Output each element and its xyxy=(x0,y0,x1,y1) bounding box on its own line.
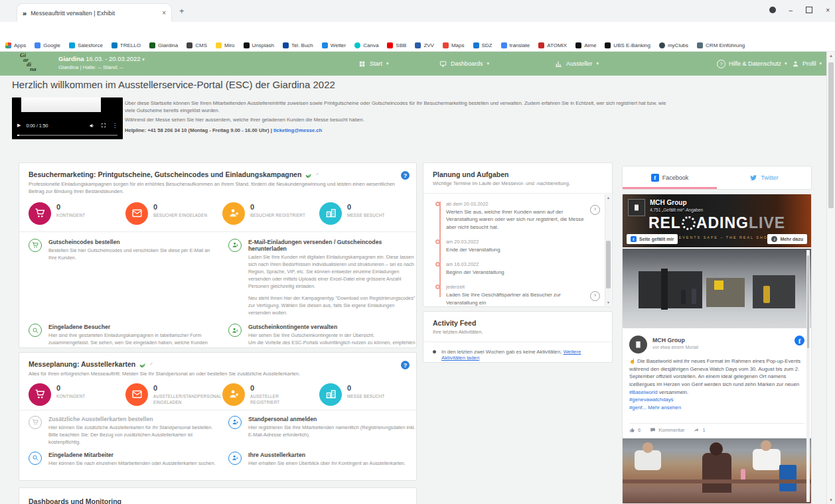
action-eingeladene-mitarbeiter[interactable]: Eingeladene Mitarbeiter Hier können Sie … xyxy=(29,452,218,468)
bookmark-item[interactable]: CMS xyxy=(187,42,207,48)
like-count[interactable]: 6 xyxy=(629,427,641,433)
bookmark-label: SDZ xyxy=(482,42,493,48)
photo-shape-shirt xyxy=(753,449,781,470)
scroll-up-icon[interactable]: ▲ xyxy=(605,196,611,200)
minimize-button[interactable]: – xyxy=(789,7,793,14)
volume-icon[interactable] xyxy=(89,123,95,129)
bookmark-item[interactable]: UBS E-Banking xyxy=(605,42,650,48)
photo-shape-head xyxy=(710,442,723,456)
help-circle-icon[interactable]: ? xyxy=(401,171,410,180)
bookmark-item[interactable]: Miro xyxy=(216,42,235,48)
bookmark-item[interactable]: translate xyxy=(501,42,530,48)
facebook-logo-icon: f xyxy=(795,336,804,346)
tab-twitter[interactable]: Twitter xyxy=(717,166,811,189)
scroll-down-icon[interactable]: ▼ xyxy=(605,300,611,304)
video-progress-bar[interactable] xyxy=(17,135,117,136)
timeline-date: am 16.03.2022 xyxy=(446,261,601,267)
action-title: Gutscheinkontingente verwalten xyxy=(248,324,417,330)
video-menu-icon[interactable]: ⋮ xyxy=(112,123,117,129)
bookmark-label: Apps xyxy=(14,42,26,48)
timeline-date: ab dem 20.03.2022 xyxy=(446,201,601,207)
help-menu[interactable]: ? Hilfe & Datenschutz ▾ xyxy=(717,52,787,76)
hashtag-link[interactable]: #genf xyxy=(629,405,643,410)
profile-menu[interactable]: Profil ▾ xyxy=(792,52,822,76)
bookmark-item[interactable]: SDZ xyxy=(473,42,493,48)
bookmark-item[interactable]: Google xyxy=(35,42,60,48)
intro-video-player[interactable]: ▶ 0:00 / 1:50 ⋮ xyxy=(12,97,123,139)
action-title: Gutscheincodes bestellen xyxy=(48,239,218,245)
bookmark-item[interactable]: ZVV xyxy=(415,42,434,48)
bookmark-item[interactable]: Wetter xyxy=(322,42,346,48)
photo-shape-wall xyxy=(706,278,745,307)
scrollbar-thumb[interactable] xyxy=(606,241,611,288)
timeline-entry: ab dem 20.03.2022 Werten Sie aus, welche… xyxy=(437,201,601,231)
play-button[interactable]: ▶ xyxy=(17,123,21,128)
photo-shape-person xyxy=(763,286,770,303)
bookmark-item[interactable]: SBB xyxy=(387,42,406,48)
bookmarks-bar: Apps Google Salesforce TRELLO Giardina C… xyxy=(0,40,835,52)
bookmark-item[interactable]: Canva xyxy=(354,42,378,48)
action-standpersonal-anmelden[interactable]: Standpersonal anmelden Hier registrieren… xyxy=(228,416,417,446)
bookmark-item[interactable]: TRELLO xyxy=(112,42,141,48)
fullscreen-icon[interactable] xyxy=(101,123,106,128)
tab-facebook[interactable]: f Facebook xyxy=(623,166,717,189)
bookmark-item[interactable]: ATOMIX xyxy=(538,42,567,48)
scrollbar-thumb[interactable] xyxy=(807,255,809,348)
stat-value: 0 xyxy=(153,384,210,392)
action-email-einladungen[interactable]: E-Mail-Einladungen versenden / Gutschein… xyxy=(228,239,417,318)
bookmark-item[interactable]: Maps xyxy=(443,42,465,48)
bookmark-item[interactable]: Aimé xyxy=(575,42,596,48)
nav-item-aussteller[interactable]: Aussteller ▾ xyxy=(555,52,599,76)
help-label: Hilfe & Datenschutz xyxy=(729,60,781,67)
scroll-down-icon[interactable]: ▼ xyxy=(827,498,835,502)
stat-value: 0 xyxy=(250,203,305,211)
card-planung-aufgaben: Planung und Aufgaben Wichtige Termine im… xyxy=(423,162,613,307)
giardina-logo[interactable]: Gi ar di na xyxy=(20,53,37,72)
helpline-email-link[interactable]: ticketing@messe.ch xyxy=(273,127,322,133)
hashtag-link[interactable]: #Baselworld xyxy=(629,389,657,395)
action-gutscheincodes-bestellen[interactable]: Gutscheincodes bestellen Bestellen Sie h… xyxy=(29,239,218,318)
new-tab-button[interactable]: + xyxy=(179,6,185,16)
panel-scrollbar[interactable]: ▲ ▼ xyxy=(605,194,611,306)
bookmark-apps[interactable]: Apps xyxy=(5,42,26,48)
bookmark-item[interactable]: myClubs xyxy=(659,42,688,48)
post-text: ☝ Die Baselworld wird ihr neues Format i… xyxy=(629,357,804,412)
bookmark-item[interactable]: Salesforce xyxy=(69,42,103,48)
exhibition-photo xyxy=(623,249,811,328)
browser-tab[interactable]: » Messeauftritt verwalten | Exhibit × xyxy=(17,4,171,22)
facebook-page-likes: 4,751 „Gefällt mir“-Angaben xyxy=(650,208,703,212)
monitor-icon xyxy=(439,60,447,68)
timeline-dot-icon xyxy=(435,284,440,289)
bookmark-item[interactable]: Giardina xyxy=(149,42,178,48)
help-circle-icon[interactable]: ? xyxy=(401,361,410,369)
hashtag-link[interactable]: #genevawatchdays xyxy=(629,397,674,403)
goto-arrow-button[interactable]: › xyxy=(590,205,600,215)
close-button[interactable]: × xyxy=(826,7,830,14)
comment-button[interactable]: Kommentar xyxy=(650,427,684,433)
profile-dot-icon[interactable] xyxy=(769,7,776,13)
page-scrollbar[interactable]: ▲ ▼ xyxy=(826,52,835,504)
bookmark-item[interactable]: Tel. Buch xyxy=(283,42,313,48)
share-count[interactable]: 1 xyxy=(694,427,705,433)
action-zusaetzliche-karten[interactable]: Zusätzliche Ausstellerkarten bestellen H… xyxy=(29,416,218,446)
tab-close-icon[interactable]: × xyxy=(162,9,166,17)
more-info-button[interactable]: i Mehr dazu xyxy=(767,234,807,244)
cart-icon xyxy=(29,202,51,225)
nav-item-dashboards[interactable]: Dashboards ▾ xyxy=(439,52,489,76)
scroll-up-icon[interactable]: ▲ xyxy=(827,54,835,58)
see-more-link[interactable]: ... Mehr ansehen xyxy=(643,405,682,410)
card-dashboards: Dashboards und Monitoring xyxy=(19,487,417,504)
event-selector[interactable]: Giardina 16.03. - 20.03.2022 ▾ Giardina … xyxy=(58,55,145,70)
maximize-button[interactable] xyxy=(806,7,812,13)
goto-arrow-button[interactable]: › xyxy=(590,291,600,301)
nav-item-start[interactable]: Start ▾ xyxy=(358,52,389,76)
action-ihre-ausstellerkarten[interactable]: Ihre Ausstellerkarten Hier erhalten Sie … xyxy=(228,452,417,468)
scrollbar-thumb[interactable] xyxy=(828,62,834,208)
action-eingeladene-besucher[interactable]: Eingeladene Besucher Hier sind Ihre gest… xyxy=(29,324,218,348)
like-page-button[interactable]: f Seite gefällt mir xyxy=(627,234,678,244)
action-gutscheinkontingente[interactable]: Gutscheinkontingente verwalten Hier sehe… xyxy=(228,324,417,348)
bookmark-item[interactable]: Unsplash xyxy=(244,42,274,48)
bookmark-item[interactable]: CRM Einführung xyxy=(697,42,745,48)
timeline-date: am 20.03.2022 xyxy=(446,239,601,245)
widget-scrollbar[interactable] xyxy=(806,250,810,502)
